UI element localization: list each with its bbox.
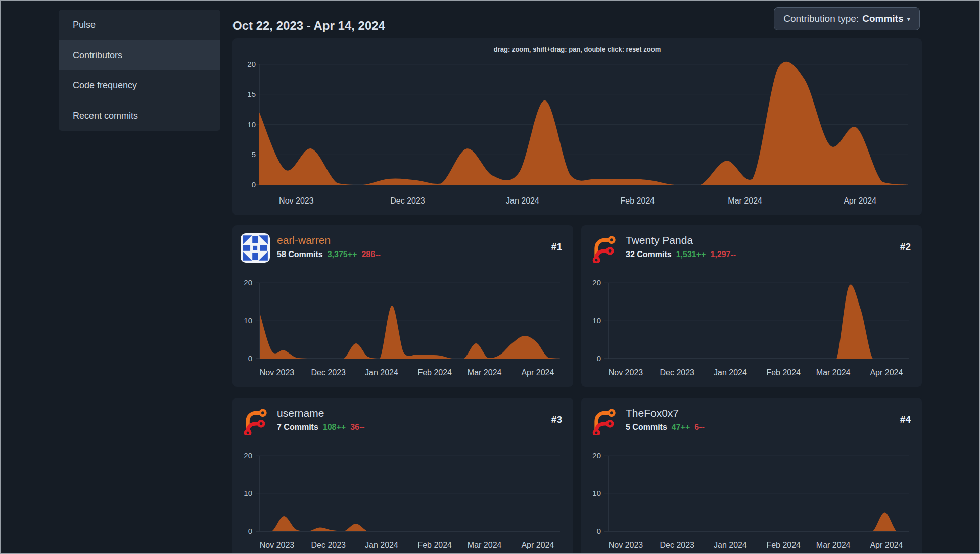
sidebar-item-pulse[interactable]: Pulse: [59, 10, 220, 40]
x-axis-label: Feb 2024: [417, 368, 452, 377]
commit-activity-area: [259, 62, 908, 185]
rank-badge: #2: [900, 241, 911, 253]
contributor-stats: 5 Commits47++6--: [626, 423, 709, 432]
y-axis-tick: 5: [252, 150, 256, 159]
commit-count: 32 Commits: [626, 250, 672, 259]
x-axis-label: Feb 2024: [766, 541, 801, 549]
x-axis-label: Dec 2023: [311, 541, 346, 549]
contribution-type-button[interactable]: Contribution type: Commits ▾: [774, 7, 920, 30]
x-axis-label: Apr 2024: [870, 368, 903, 377]
contributor-activity-chart[interactable]: 01020Nov 2023Dec 2023Jan 2024Feb 2024Mar…: [581, 225, 922, 387]
contributor-activity-chart[interactable]: 01020Nov 2023Dec 2023Jan 2024Feb 2024Mar…: [232, 398, 573, 554]
rank-badge: #1: [551, 241, 562, 253]
y-axis-tick: 10: [592, 489, 601, 497]
sidebar-item-code-frequency[interactable]: Code frequency: [59, 70, 220, 100]
sidebar-menu: PulseContributorsCode frequencyRecent co…: [59, 10, 220, 131]
contributor-stats: 32 Commits1,531++1,297--: [626, 250, 740, 259]
x-axis-label: Mar 2024: [468, 368, 502, 377]
x-axis-label: Mar 2024: [468, 541, 502, 549]
additions-count: 47++: [672, 423, 690, 431]
x-axis-label: Apr 2024: [521, 541, 554, 549]
y-axis-tick: 0: [597, 354, 601, 363]
x-axis-label: Nov 2023: [609, 541, 643, 549]
sidebar-item-recent-commits[interactable]: Recent commits: [59, 100, 220, 131]
deletions-count: 6--: [694, 423, 705, 431]
y-axis-tick: 20: [247, 60, 256, 68]
x-axis-label: Nov 2023: [260, 541, 295, 549]
x-axis-label: Mar 2024: [728, 196, 762, 205]
x-axis-label: Dec 2023: [660, 368, 695, 377]
x-axis-label: Dec 2023: [390, 196, 425, 205]
y-axis-tick: 0: [248, 354, 252, 363]
x-axis-label: Apr 2024: [844, 196, 876, 205]
commit-count: 58 Commits: [277, 250, 323, 259]
deletions-count: 1,297--: [710, 250, 736, 259]
y-axis-tick: 10: [247, 120, 256, 129]
y-axis-tick: 10: [244, 316, 252, 325]
commit-activity-area: [260, 306, 560, 359]
forgejo-logo-avatar: [589, 406, 619, 435]
contributor-name: Twenty Panda: [626, 234, 693, 246]
sidebar-item-label: Code frequency: [73, 80, 137, 91]
contributor-stats: 58 Commits3,375++286--: [277, 250, 385, 259]
additions-count: 3,375++: [328, 250, 357, 259]
x-axis-label: Mar 2024: [816, 368, 851, 377]
main-activity-chart[interactable]: 05101520Nov 2023Dec 2023Jan 2024Feb 2024…: [232, 38, 922, 215]
x-axis-label: Nov 2023: [279, 196, 314, 205]
x-axis-label: Jan 2024: [365, 368, 398, 377]
x-axis-label: Jan 2024: [714, 541, 747, 549]
contribution-type-label: Contribution type:: [783, 13, 859, 24]
y-axis-tick: 0: [248, 527, 252, 535]
sidebar-item-label: Contributors: [73, 50, 122, 61]
y-axis-tick: 0: [597, 527, 601, 535]
contributor-card: 01020Nov 2023Dec 2023Jan 2024Feb 2024Mar…: [232, 225, 573, 387]
contributor-card: 01020Nov 2023Dec 2023Jan 2024Feb 2024Mar…: [581, 398, 922, 554]
x-axis-label: Jan 2024: [365, 541, 398, 549]
sidebar-item-contributors[interactable]: Contributors: [59, 40, 220, 70]
deletions-count: 36--: [350, 423, 364, 431]
x-axis-label: Dec 2023: [311, 368, 346, 377]
additions-count: 1,531++: [676, 250, 706, 259]
commit-activity-area: [609, 513, 909, 532]
y-axis-tick: 20: [244, 278, 252, 287]
x-axis-label: Jan 2024: [506, 196, 539, 205]
y-axis-tick: 20: [592, 278, 601, 287]
commit-activity-area: [609, 285, 909, 359]
identicon-avatar: [241, 233, 270, 263]
contributor-activity-chart[interactable]: 01020Nov 2023Dec 2023Jan 2024Feb 2024Mar…: [232, 225, 573, 387]
contribution-type-value: Commits: [862, 13, 903, 24]
x-axis-label: Feb 2024: [621, 196, 655, 205]
chevron-down-icon: ▾: [907, 15, 910, 23]
x-axis-label: Mar 2024: [816, 541, 851, 549]
x-axis-label: Nov 2023: [260, 368, 295, 377]
rank-badge: #3: [551, 414, 562, 425]
commit-activity-area: [260, 516, 560, 531]
contributor-name: TheFox0x7: [626, 407, 679, 419]
commit-count: 7 Commits: [277, 423, 318, 431]
y-axis-tick: 0: [252, 180, 256, 189]
y-axis-tick: 10: [244, 489, 252, 497]
y-axis-tick: 10: [592, 316, 601, 325]
contributor-activity-chart[interactable]: 01020Nov 2023Dec 2023Jan 2024Feb 2024Mar…: [581, 398, 922, 554]
contributor-stats: 7 Commits108++36--: [277, 423, 369, 432]
x-axis-label: Nov 2023: [609, 368, 643, 377]
contributor-card: 01020Nov 2023Dec 2023Jan 2024Feb 2024Mar…: [581, 225, 922, 387]
contributor-name: username: [277, 407, 324, 419]
x-axis-label: Feb 2024: [766, 368, 801, 377]
contributors-page: PulseContributorsCode frequencyRecent co…: [0, 0, 980, 554]
page-title: Oct 22, 2023 - Apr 14, 2024: [232, 19, 385, 33]
x-axis-label: Feb 2024: [417, 541, 452, 549]
forgejo-logo-avatar: [241, 406, 270, 435]
additions-count: 108++: [323, 423, 346, 431]
forgejo-logo-avatar: [589, 233, 619, 263]
deletions-count: 286--: [361, 250, 380, 259]
x-axis-label: Dec 2023: [660, 541, 695, 549]
commit-count: 5 Commits: [626, 423, 667, 431]
main-activity-card: drag: zoom, shift+drag: pan, double clic…: [232, 38, 922, 215]
x-axis-label: Apr 2024: [870, 541, 903, 549]
y-axis-tick: 20: [244, 451, 252, 460]
y-axis-tick: 20: [592, 451, 601, 460]
contributor-name-link[interactable]: earl-warren: [277, 234, 331, 246]
y-axis-tick: 15: [247, 90, 256, 98]
x-axis-label: Jan 2024: [714, 368, 747, 377]
